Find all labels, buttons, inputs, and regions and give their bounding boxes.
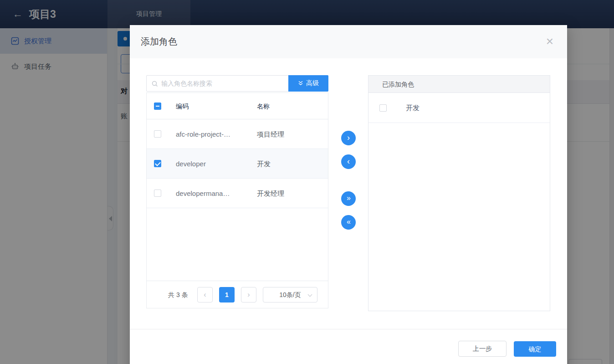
column-header-code: 编码 bbox=[176, 93, 189, 119]
role-name: 开发 bbox=[257, 149, 271, 179]
total-count-label: 共 3 条 bbox=[168, 281, 188, 308]
dialog-header: 添加角色 × bbox=[130, 25, 567, 58]
advanced-search-label: 高级 bbox=[306, 79, 319, 87]
chevron-left-icon: ‹ bbox=[347, 157, 350, 166]
chevron-right-icon: › bbox=[347, 133, 350, 142]
confirm-button[interactable]: 确定 bbox=[514, 341, 556, 357]
row-checkbox[interactable] bbox=[379, 104, 387, 112]
move-all-left-button[interactable]: « bbox=[341, 215, 356, 230]
dialog-title: 添加角色 bbox=[141, 25, 177, 58]
search-icon bbox=[151, 80, 159, 87]
previous-step-button[interactable]: 上一步 bbox=[458, 341, 507, 357]
move-left-button[interactable]: ‹ bbox=[341, 154, 356, 169]
select-all-checkbox[interactable] bbox=[154, 103, 161, 110]
role-name: 项目经理 bbox=[257, 119, 284, 149]
next-page-button[interactable]: › bbox=[241, 287, 256, 302]
advanced-search-button[interactable]: 高级 bbox=[288, 75, 328, 92]
close-icon[interactable]: × bbox=[546, 34, 553, 49]
table-row[interactable]: developermana… 开发经理 bbox=[147, 179, 328, 208]
add-role-dialog: 添加角色 × 高级 编码 名称 afc-role-project-… 项目经理 bbox=[130, 25, 567, 364]
chevron-down-icon bbox=[308, 292, 312, 297]
prev-page-button[interactable]: ‹ bbox=[197, 287, 213, 302]
role-code: afc-role-project-… bbox=[176, 119, 230, 149]
double-chevron-down-icon bbox=[298, 81, 303, 86]
role-search-bar: 高级 bbox=[146, 75, 328, 92]
added-roles-header: 已添加角色 bbox=[368, 76, 550, 93]
role-name: 开发经理 bbox=[257, 179, 284, 208]
table-row[interactable]: afc-role-project-… 项目经理 bbox=[147, 119, 328, 149]
move-right-button[interactable]: › bbox=[341, 131, 356, 145]
column-header-name: 名称 bbox=[257, 93, 270, 119]
move-all-right-button[interactable]: » bbox=[341, 191, 356, 206]
role-code: developer bbox=[176, 149, 206, 179]
role-source-table: 编码 名称 afc-role-project-… 项目经理 developer … bbox=[146, 92, 328, 308]
added-role-row[interactable]: 开发 bbox=[368, 93, 550, 123]
added-roles-panel: 已添加角色 开发 bbox=[368, 75, 550, 311]
current-page-button[interactable]: 1 bbox=[219, 287, 235, 302]
row-checkbox[interactable] bbox=[154, 160, 161, 167]
page-size-value: 10条/页 bbox=[279, 291, 301, 298]
role-search-input[interactable] bbox=[161, 76, 293, 91]
table-header-row: 编码 名称 bbox=[147, 93, 328, 119]
added-role-name: 开发 bbox=[406, 93, 420, 123]
row-checkbox[interactable] bbox=[154, 190, 161, 197]
row-checkbox[interactable] bbox=[154, 130, 161, 138]
dialog-footer: 上一步 确定 bbox=[130, 329, 567, 364]
double-chevron-right-icon: » bbox=[347, 194, 350, 202]
page-size-select[interactable]: 10条/页 bbox=[263, 287, 317, 302]
table-row[interactable]: developer 开发 bbox=[147, 149, 328, 179]
double-chevron-left-icon: « bbox=[347, 218, 350, 226]
role-code: developermana… bbox=[176, 179, 230, 208]
pagination-bar: 共 3 条 ‹ 1 › 10条/页 bbox=[147, 281, 328, 308]
